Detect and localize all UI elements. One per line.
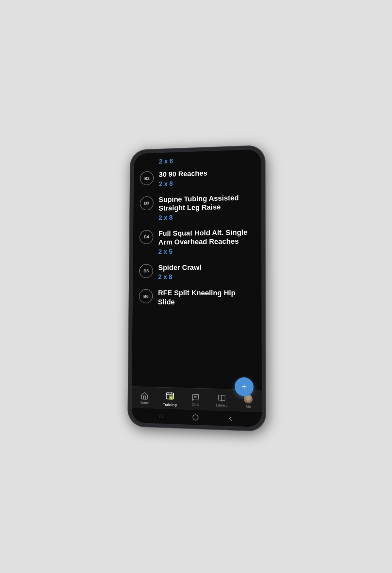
svg-line-1 [166,395,173,395]
plus-icon: + [241,382,247,391]
partial-sets-label: 2 x 8 [159,157,173,165]
nav-label-home: Home [139,401,149,405]
exercise-info-b5: Spider Crawl 2 x 8 [158,263,255,281]
system-back-button[interactable] [228,416,234,422]
nav-label-me: Me [246,404,251,408]
exercise-name-b3: Supine Tubing Assisted Straight Leg Rais… [158,193,254,213]
add-exercise-button[interactable]: + [235,377,253,396]
chat-icon [192,393,200,402]
exercise-item-b6[interactable]: B6 RFE Split Kneeling Hip Slide [139,288,255,308]
exercise-item-b5[interactable]: B5 Spider Crawl 2 x 8 [139,263,255,281]
recent-apps-icon [158,413,164,419]
badge-b2: B2 [140,171,154,185]
exercise-sets-b4: 2 x 5 [158,247,255,255]
badge-b6: B6 [139,289,153,304]
library-icon [218,394,226,402]
badge-b5: B5 [139,264,153,278]
exercise-sets-b5: 2 x 8 [158,273,255,281]
nav-label-library: Library [216,403,227,407]
system-recent-apps-button[interactable] [158,413,164,419]
exercise-info-b2: 30 90 Reaches 2 x 8 [159,167,254,187]
home-icon [140,392,148,400]
training-icon-wrapper: ▶ [166,391,174,402]
exercise-item-b2[interactable]: B2 30 90 Reaches 2 x 8 [140,167,254,188]
exercise-sets-b3: 2 x 8 [158,212,254,221]
exercise-list: 2 x 8 B2 30 90 Reaches 2 x 8 B3 Supine T… [132,149,262,390]
phone-screen: 2 x 8 B2 30 90 Reaches 2 x 8 B3 Supine T… [132,149,262,427]
svg-point-11 [193,415,198,420]
back-icon [228,416,234,422]
svg-text:▶: ▶ [170,396,172,399]
exercise-name-b6: RFE Split Kneeling Hip Slide [158,288,254,307]
exercise-name-b4: Full Squat Hold Alt. Single Arm Overhead… [158,228,255,247]
badge-b4: B4 [139,230,154,244]
exercise-info-b6: RFE Split Kneeling Hip Slide [158,288,255,308]
badge-b3: B3 [140,196,154,210]
nav-item-library[interactable]: Library [212,392,232,409]
nav-item-home[interactable]: Home [135,391,154,407]
phone-frame: 2 x 8 B2 30 90 Reaches 2 x 8 B3 Supine T… [128,145,266,432]
nav-item-chat[interactable]: Chat [186,392,205,408]
home-system-icon [192,414,199,421]
system-home-button[interactable] [192,414,199,421]
exercise-info-b3: Supine Tubing Assisted Straight Leg Rais… [158,193,254,221]
exercise-info-b4: Full Squat Hold Alt. Single Arm Overhead… [158,228,255,255]
exercise-item-b3[interactable]: B3 Supine Tubing Assisted Straight Leg R… [139,193,254,222]
exercise-sets-b2: 2 x 8 [159,178,254,188]
training-icon: ▶ [166,391,174,400]
nav-label-chat: Chat [192,402,199,407]
nav-label-training: Training [163,402,176,407]
nav-item-training[interactable]: ▶ Training [160,390,180,408]
exercise-name-b5: Spider Crawl [158,263,255,272]
exercise-item-b4[interactable]: B4 Full Squat Hold Alt. Single Arm Overh… [139,228,255,256]
